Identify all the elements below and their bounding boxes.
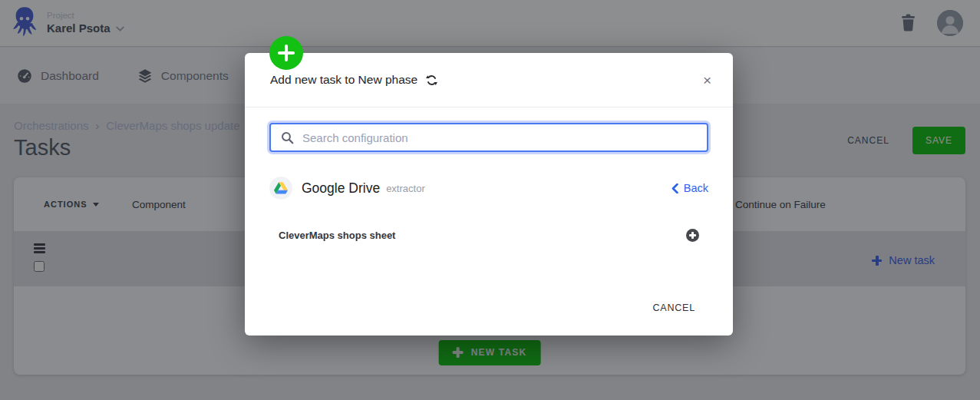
back-label: Back bbox=[684, 182, 708, 194]
back-link[interactable]: Back bbox=[671, 182, 708, 194]
google-drive-icon bbox=[269, 177, 292, 200]
modal-header: Add new task to New phase × bbox=[245, 53, 733, 107]
modal-title: Add new task to New phase bbox=[270, 73, 417, 87]
refresh-button[interactable] bbox=[425, 74, 438, 87]
add-configuration-button[interactable] bbox=[686, 229, 699, 242]
modal-body: Google Drive extractor Back CleverMaps s… bbox=[245, 107, 733, 242]
configuration-name: CleverMaps shops sheet bbox=[279, 230, 395, 241]
close-icon[interactable]: × bbox=[703, 73, 711, 88]
component-row: Google Drive extractor Back bbox=[269, 177, 708, 200]
search-icon bbox=[281, 131, 294, 144]
add-task-fab-button[interactable] bbox=[269, 36, 303, 70]
add-task-modal: Add new task to New phase × bbox=[245, 53, 733, 336]
configuration-row[interactable]: CleverMaps shops sheet bbox=[269, 229, 708, 242]
modal-cancel-button[interactable]: CANCEL bbox=[652, 302, 695, 313]
component-name: Google Drive bbox=[302, 180, 380, 197]
search-box bbox=[269, 123, 708, 152]
search-input[interactable] bbox=[302, 131, 697, 144]
chevron-left-icon bbox=[671, 183, 678, 193]
component-type: extractor bbox=[386, 183, 425, 194]
refresh-icon bbox=[425, 74, 438, 87]
